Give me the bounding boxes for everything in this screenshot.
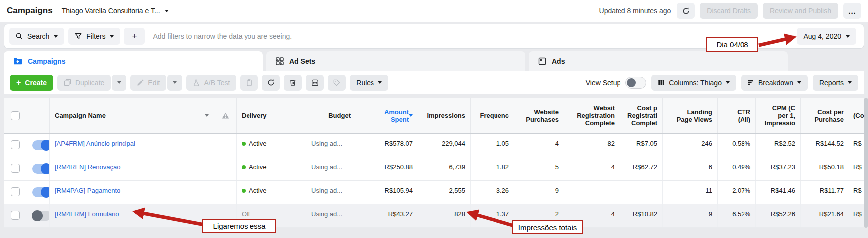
table-row[interactable]: [AP4FRM] Anúncio principal Active Using … [4,134,864,157]
top-bar-actions: Updated 8 minutes ago Discard Drafts Rev… [599,3,861,19]
column-landing-page-views[interactable]: Landing Page Views [663,98,718,133]
duplicate-icon [64,79,71,86]
active-status-dot [242,189,246,193]
columns-icon [658,79,665,86]
campaign-toggle[interactable] [32,211,50,221]
tab-ad-sets[interactable]: Ad Sets [266,51,525,71]
account-selector[interactable]: Thiago Varella Consultoria e T... [62,7,169,15]
campaign-name-link[interactable]: [RM4FRM] Formulário [55,210,119,218]
column-cost-per-purchase[interactable]: Cost per Purchase [801,98,849,133]
refresh-button[interactable] [677,3,695,19]
retry-button[interactable] [262,75,280,91]
column-impressions[interactable]: Impressions [418,98,471,133]
ctr-value: 6.52% [718,204,756,227]
vertical-scrollbar[interactable] [864,98,868,228]
row-checkbox[interactable] [11,187,20,196]
view-controls: View Setup Columns: Thiago Breakdown Rep… [586,75,858,91]
chevron-down-icon [54,35,58,40]
column-frequency[interactable]: Frequenc [471,98,514,133]
breakdown-button[interactable]: Breakdown [741,75,808,91]
landing-page-views-value: 11 [663,181,718,204]
reports-button[interactable]: Reports [813,75,858,91]
chevron-down-icon [378,81,382,86]
sort-caret-icon [409,114,413,119]
duplicate-group: Duplicate [57,75,126,91]
column-website-registration-complete[interactable]: Websit Registration Complete [564,98,620,133]
campaign-toggle[interactable] [32,164,50,174]
column-ctr-all[interactable]: CTR (All) [718,98,756,133]
export-button[interactable] [306,75,324,91]
duplicate-button[interactable]: Duplicate [57,75,111,91]
row-checkbox[interactable] [11,140,20,149]
impressions-value: 229,044 [418,134,471,157]
account-name: Thiago Varella Consultoria e T... [62,7,160,15]
annotation-row-note: Ligaremos essa [202,219,276,233]
column-cpm[interactable]: CPM (C per 1, Impressio [756,98,801,133]
review-and-publish-button[interactable]: Review and Publish [763,3,838,19]
columns-button[interactable]: Columns: Thiago [651,75,736,91]
column-issues[interactable] [214,98,237,133]
ellipsis-icon: ... [848,7,856,15]
impressions-value: 2,555 [418,181,471,204]
duplicate-dropdown-button[interactable] [112,75,126,91]
delivery-status: Active [249,163,266,171]
budget-value: Using ad... [306,157,356,180]
more-options-button[interactable]: ... [843,3,861,19]
campaign-name-link[interactable]: [AP4FRM] Anúncio principal [55,140,135,147]
ads-manager-screen: Campaigns Thiago Varella Consultoria e T… [0,0,868,238]
column-website-purchases[interactable]: Website Purchases [514,98,564,133]
filters-button[interactable]: Filters [68,28,120,45]
campaign-name-link[interactable]: [RM4PAG] Pagamento [55,187,120,194]
table-row[interactable]: [RM4PAG] Pagamento Active Using ad... R$… [4,181,864,204]
plus-icon: + [132,31,137,41]
column-clipped[interactable]: (Co [849,98,864,133]
delivery-status: Active [249,187,266,194]
registration-complete-value: — [564,181,620,204]
clipped-value: R$ [849,134,864,157]
row-checkbox[interactable] [11,211,20,220]
active-status-dot [242,165,246,169]
ab-test-button[interactable]: A/B Test [186,75,236,91]
view-setup-toggle[interactable] [625,77,646,89]
date-range-button[interactable]: Aug 4, 2020 [797,28,856,45]
edit-dropdown-button[interactable] [167,75,182,91]
create-button[interactable]: + Create [10,75,53,91]
table-row[interactable]: [RM4FRM] Formulário Off Using ad... R$43… [4,204,864,228]
column-campaign-name[interactable]: Campaign Name [50,98,214,133]
sort-caret-icon [205,114,209,119]
annotation-impressions-note: Impressões totais [512,220,583,234]
budget-value: Using ad... [306,204,356,227]
campaign-name-link[interactable]: [RM4REN] Renovação [55,163,121,171]
discard-drafts-button[interactable]: Discard Drafts [700,3,758,19]
search-button[interactable]: Search [9,28,64,45]
warning-triangle-icon [222,112,229,119]
tab-ads[interactable]: Ads [529,51,788,71]
website-purchases-value: 9 [514,181,564,204]
campaign-toggle[interactable] [32,140,50,150]
column-cost-per-registration[interactable]: Cost p Registrati Complet [620,98,663,133]
tag-button[interactable] [328,75,346,91]
clipped-value: R$ [849,181,864,204]
paste-button[interactable] [240,75,258,91]
add-filter-button[interactable]: + [124,28,145,45]
rules-button[interactable]: Rules [350,75,388,91]
campaigns-folder-icon [13,57,22,65]
column-delivery[interactable]: Delivery [237,98,306,133]
select-all-checkbox[interactable] [11,111,20,120]
column-budget[interactable]: Budget [306,98,356,133]
ctr-value: 2.07% [718,181,756,204]
chevron-down-icon [173,81,177,86]
row-checkbox[interactable] [11,164,20,173]
amount-spent-value: R$250.88 [356,157,418,180]
tab-campaigns[interactable]: Campaigns [4,51,263,71]
cpm-value: R$2.52 [756,134,801,157]
table-row[interactable]: [RM4REN] Renovação Active Using ad... R$… [4,157,864,181]
edit-button[interactable]: Edit [130,75,166,91]
column-amount-spent[interactable]: Amount Spent [356,98,418,133]
delivery-status: Active [249,140,266,147]
delete-button[interactable] [284,75,302,91]
campaign-toggle[interactable] [32,187,50,197]
landing-page-views-value: 246 [663,134,718,157]
cost-per-registration-value: — [620,181,663,204]
tag-icon [333,79,340,86]
